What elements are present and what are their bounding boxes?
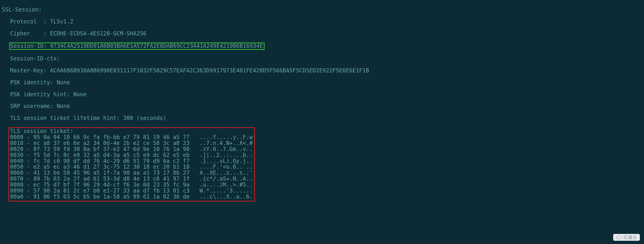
- ticket-row: 0090 - 57 98 2a 81 2c e7 b0 e1-27 33 aa …: [10, 188, 253, 194]
- ticket-row: 0040 - fc 7d c0 98 df dd 76 4c-29 d6 51 …: [10, 158, 253, 164]
- ticket-hex: f5 5d 7c 8c e0 32 a5 d4-3a a5 c5 e9 dc 6…: [33, 152, 190, 158]
- ticket-row: 0060 - 41 13 be 58 45 96 a5 1f-7a 90 aa …: [10, 170, 253, 176]
- ticket-hex: 89 7b 63 2a 2f ad 61 53-3d d8 4e 13 c6 4…: [33, 176, 190, 182]
- ticket-row: 00a0 - 91 86 f5 63 5c b5 be 1a-58 a5 99 …: [10, 194, 253, 200]
- ticket-offset: 0020: [10, 146, 24, 152]
- session-ticket-header: TLS session ticket:: [10, 128, 253, 134]
- ticket-ascii: W.*.,...'3......: [200, 188, 253, 194]
- ticket-lifetime-label: TLS session ticket lifetime hint:: [10, 115, 123, 121]
- ticket-offset: 00a0: [10, 194, 24, 200]
- ticket-ascii: .u....)M..>.#5..: [200, 182, 253, 188]
- session-id-label: Session-ID:: [10, 43, 50, 49]
- psk-identity-value: None: [56, 79, 70, 86]
- cloud-icon: [616, 235, 622, 240]
- cipher-line: Cipher : ECDHE-ECDSA-AES128-GCM-SHA256: [2, 31, 642, 37]
- session-id-value: 0734C4A2519DD91A6B03BA6E1A572FA2E8DAB69C…: [50, 43, 263, 49]
- session-ticket-highlight: TLS session ticket:0000 - 95 0a 94 18 66…: [8, 127, 255, 202]
- ticket-offset: 0090: [10, 188, 24, 194]
- protocol-label: Protocol :: [10, 18, 50, 25]
- psk-identity-hint-label: PSK identity hint:: [10, 91, 73, 98]
- ticket-offset: 0040: [10, 158, 24, 164]
- ticket-row: 0020 - 8f 73 59 fd 30 0a bf 37-e2 47 6d …: [10, 146, 253, 152]
- ticket-offset: 0080: [10, 182, 24, 188]
- ticket-ascii: ....F.'<u.8.. ..: [200, 164, 253, 170]
- ticket-offset: 0060: [10, 170, 24, 176]
- session-id-ctx-line: Session-ID-ctx:: [2, 56, 642, 62]
- srp-username-line: SRP username: None: [2, 103, 642, 109]
- master-key-line: Master-Key: AC6A686B930A886990E031117F10…: [2, 68, 642, 74]
- ticket-row: 0080 - ec 75 d7 bf 7f 96 29 4d-cf f6 3e …: [10, 182, 253, 188]
- ticket-row: 0050 - e2 a5 ec a3 46 d1 27 3c-75 12 38 …: [10, 164, 253, 170]
- master-key-label: Master-Key:: [10, 67, 50, 74]
- ticket-hex: ec 75 d7 bf 7f 96 29 4d-cf f6 3e 0d 23 3…: [33, 182, 190, 188]
- ticket-row: 0010 - ec a8 37 e6 6e a2 34 0d-4e 2b e2 …: [10, 140, 253, 146]
- ticket-row: 0030 - f5 5d 7c 8c e0 32 a5 d4-3a a5 c5 …: [10, 152, 253, 158]
- cipher-label: Cipher :: [10, 30, 50, 37]
- ticket-ascii: A..XE...z...s..': [200, 170, 253, 176]
- psk-identity-hint-line: PSK identity hint: None: [2, 92, 642, 98]
- srp-username-value: None: [56, 103, 70, 109]
- ticket-row: 0000 - 95 0a 94 18 66 9c fa fb-bb e7 79 …: [10, 134, 253, 140]
- ticket-hex: 95 0a 94 18 66 9c fa fb-bb e7 79 81 19 4…: [33, 134, 190, 140]
- ticket-hex: fc 7d c0 98 df dd 76 4c-29 d6 51 79 d9 6…: [33, 158, 190, 164]
- ticket-hex: 57 98 2a 81 2c e7 b0 e1-27 33 aa d7 fb 1…: [33, 188, 190, 194]
- protocol-line: Protocol : TLSv1.2: [2, 19, 642, 25]
- protocol-value: TLSv1.2: [50, 18, 73, 25]
- session-id-ctx-label: Session-ID-ctx:: [10, 55, 60, 62]
- ticket-lifetime-value: 300 (seconds): [123, 115, 166, 121]
- watermark-badge: 亿速云: [613, 234, 640, 241]
- psk-identity-hint-value: None: [73, 91, 87, 98]
- ticket-offset: 0070: [10, 176, 24, 182]
- srp-username-label: SRP username:: [10, 103, 56, 109]
- ticket-ascii: .}....vL).Qy.j..: [200, 158, 253, 164]
- session-id-highlight: Session-ID: 0734C4A2519DD91A6B03BA6E1A57…: [9, 42, 264, 50]
- ticket-hex: 41 13 be 58 45 96 a5 1f-7a 90 aa a1 73 1…: [33, 170, 190, 176]
- psk-identity-line: PSK identity: None: [2, 80, 642, 86]
- ticket-hex: 91 86 f5 63 5c b5 be 1a-58 a5 99 61 1a 8…: [33, 194, 190, 200]
- ticket-hex: 8f 73 59 fd 30 0a bf 37-e2 47 6d 9e 10 7…: [33, 146, 190, 152]
- ticket-ascii: ...c\...X..a..6.: [200, 194, 253, 200]
- ticket-offset: 0010: [10, 140, 24, 146]
- master-key-value: AC6A686B930A886990E031117F1032F5829C57EA…: [50, 67, 369, 74]
- ticket-hex: ec a8 37 e6 6e a2 34 0d-4e 2b e2 ce 58 3…: [33, 140, 190, 146]
- ssl-session-header: SSL-Session:: [2, 7, 642, 13]
- ticket-hex: e2 a5 ec a3 46 d1 27 3c-75 12 38 18 ec 2…: [33, 164, 190, 170]
- ticket-offset: 0030: [10, 152, 24, 158]
- ticket-lifetime-line: TLS session ticket lifetime hint: 300 (s…: [2, 115, 642, 121]
- ticket-offset: 0050: [10, 164, 24, 170]
- ticket-ascii: ..7.n.4.N+..X<.#: [200, 140, 253, 146]
- ticket-ascii: .sY.0..7.Gm..v..: [200, 146, 253, 152]
- ticket-ascii: .]|..2..:....b..: [200, 152, 253, 158]
- ticket-row: 0070 - 89 7b 63 2a 2f ad 61 53-3d d8 4e …: [10, 176, 253, 182]
- ticket-ascii: ....f.....y..F.w: [200, 134, 253, 140]
- ticket-ascii: .{c*/.aS=.N..A..: [200, 176, 253, 182]
- psk-identity-label: PSK identity:: [10, 79, 56, 86]
- ticket-offset: 0000: [10, 134, 24, 140]
- watermark-text: 亿速云: [623, 235, 637, 240]
- terminal-output: SSL-Session: Protocol : TLSv1.2 Cipher :…: [0, 0, 644, 209]
- cipher-value: ECDHE-ECDSA-AES128-GCM-SHA256: [50, 30, 146, 37]
